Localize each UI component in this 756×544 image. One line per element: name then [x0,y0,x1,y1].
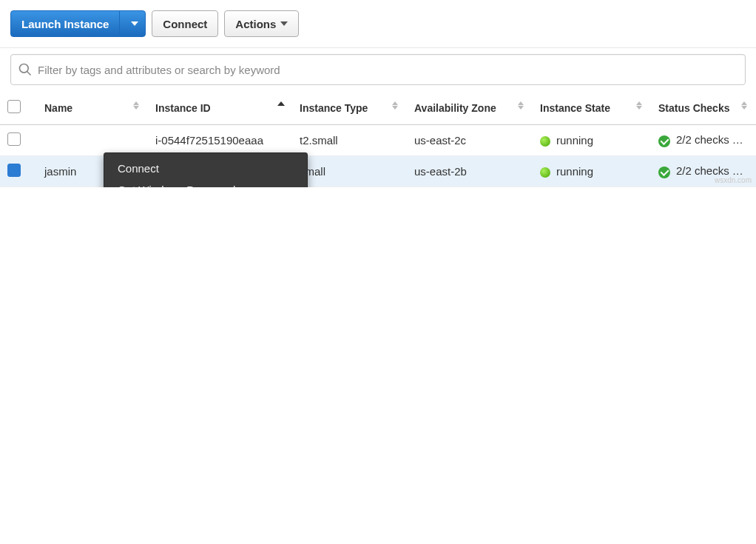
column-instance-id[interactable]: Instance ID [148,91,292,125]
launch-instance-dropdown-button[interactable] [119,10,146,37]
select-all-header[interactable] [0,91,37,125]
cell-checks: 2/2 checks … [651,125,756,156]
search-row [0,48,756,91]
cell-name [37,125,148,156]
status-running-icon [540,167,550,178]
watermark: wsxdn.com [715,176,752,184]
column-availability-zone[interactable]: Availability Zone [407,91,533,125]
search-input[interactable] [38,64,739,76]
check-pass-icon [658,135,670,147]
cell-az: us-east-2b [407,156,533,187]
cell-az: us-east-2c [407,125,533,156]
toolbar: Launch Instance Connect Actions [0,0,756,48]
sort-icon [392,101,399,110]
sort-icon [636,101,644,110]
check-pass-icon [658,167,670,178]
launch-instance-button[interactable]: Launch Instance [10,10,120,37]
cell-instance-id: i-0544f72515190eaaa [148,125,292,156]
row-checkbox[interactable] [7,164,21,177]
sort-icon [518,101,525,110]
sort-icon [741,101,749,110]
column-status-checks[interactable]: Status Checks [651,91,756,125]
cell-instance-type: small [292,156,407,187]
caret-down-icon [280,21,288,26]
actions-button[interactable]: Actions [224,10,299,37]
table-header-row: Name Instance ID Instance Type Availabil… [0,91,756,125]
checkbox-icon [7,100,21,113]
sort-icon [133,101,141,110]
column-instance-state[interactable]: Instance State [533,91,651,125]
caret-down-icon [131,21,138,26]
column-instance-type[interactable]: Instance Type [292,91,407,125]
connect-button[interactable]: Connect [152,10,218,37]
ctx-connect[interactable]: Connect [104,158,307,179]
status-running-icon [540,136,550,147]
table-row[interactable]: i-0544f72515190eaaa t2.small us-east-2c … [0,125,756,156]
svg-point-0 [20,64,29,73]
cell-state: running [533,125,651,156]
search-box[interactable] [10,54,746,85]
column-name[interactable]: Name [37,91,148,125]
cell-instance-type: t2.small [292,125,407,156]
context-menu: Connect Get Windows Password Create Temp… [104,152,308,187]
svg-line-1 [27,72,31,75]
sort-asc-icon [277,101,285,106]
actions-label: Actions [235,18,276,30]
row-checkbox[interactable] [7,132,21,146]
ctx-get-windows-password[interactable]: Get Windows Password [104,179,307,187]
search-icon [17,61,33,78]
cell-state: running [533,156,651,187]
